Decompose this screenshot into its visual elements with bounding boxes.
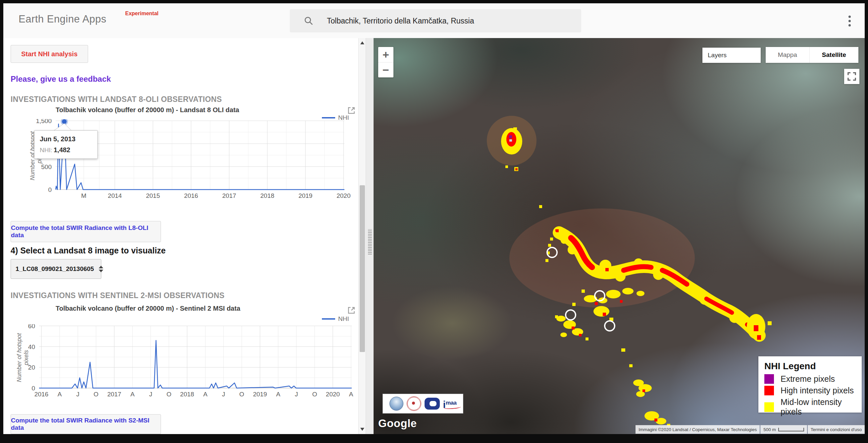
legend-row-high: High intensity pixels — [764, 386, 862, 395]
svg-text:O: O — [94, 391, 99, 398]
legend-row-label: Mid-low intensity pixels — [781, 397, 862, 416]
legend-row-extreme: Extreme pixels — [764, 374, 862, 384]
high-intensity-swatch — [764, 386, 774, 395]
svg-text:J: J — [149, 391, 152, 398]
research-institute-logo-icon — [390, 397, 403, 411]
svg-text:A: A — [130, 391, 135, 398]
svg-text:20: 20 — [28, 364, 35, 371]
svg-text:O: O — [240, 391, 244, 398]
search-input[interactable]: Tolbachik, Territorio della Kamčatka, Ru… — [327, 16, 474, 26]
svg-text:2018: 2018 — [180, 391, 194, 398]
earth-engine-app-window: Earth Engine Apps Experimental Tolbachik… — [3, 3, 865, 434]
svg-text:2017: 2017 — [107, 391, 121, 398]
scrollbar-thumb[interactable] — [360, 185, 365, 352]
tooltip-callout — [53, 123, 76, 131]
legend-label: NHI — [338, 315, 349, 322]
svg-text:M: M — [81, 192, 87, 199]
kebab-dot — [848, 20, 851, 22]
terms-link[interactable]: Termini e condizioni d'uso — [808, 425, 865, 434]
panel-map-splitter[interactable] — [366, 38, 374, 434]
legend-row-label: High intensity pixels — [781, 386, 854, 395]
svg-text:2016: 2016 — [184, 192, 198, 199]
fullscreen-icon — [847, 71, 857, 81]
observatory-logo-icon — [407, 396, 421, 411]
svg-text:2015: 2015 — [146, 192, 160, 199]
nhi-legend-card: NHI Legend Extreme pixels High intensity… — [758, 356, 862, 413]
mid-low-intensity-swatch — [764, 402, 774, 412]
svg-text:1,500: 1,500 — [36, 119, 52, 125]
app-title: Earth Engine Apps — [19, 13, 106, 25]
svg-text:2020: 2020 — [326, 391, 340, 398]
feedback-link[interactable]: Please, give us a feedback — [10, 74, 111, 84]
svg-text:O: O — [166, 391, 172, 398]
layers-label: Layers — [708, 52, 726, 59]
search-box[interactable]: Tolbachik, Territorio della Kamčatka, Ru… — [290, 9, 581, 32]
compute-s2-swir-button[interactable]: Compute the total SWIR Radiance with S2-… — [10, 414, 161, 434]
search-icon — [304, 16, 314, 26]
map-attribution-bar: Immagini ©2020 Landsat / Copernicus, Max… — [636, 425, 865, 434]
svg-text:0: 0 — [48, 186, 52, 193]
map-type-satellite-button[interactable]: Satellite — [810, 47, 858, 63]
map-zoom-control: + − — [378, 47, 394, 77]
svg-text:J: J — [222, 391, 225, 398]
open-in-new-icon[interactable] — [346, 106, 356, 115]
scroll-up-arrow[interactable] — [360, 41, 364, 44]
map-scale-control[interactable]: 500 m — [761, 425, 807, 434]
legend-line-swatch — [322, 117, 335, 118]
south-scattered-hotspots — [555, 288, 772, 427]
legend-row-label: Extreme pixels — [781, 374, 835, 384]
tooltip-value: 1,482 — [54, 146, 70, 154]
select-image-heading: 4) Select a Landsat 8 image to visualize — [10, 246, 165, 255]
map-type-mappa-button[interactable]: Mappa — [766, 47, 810, 63]
tooltip-date: Jun 5, 2013 — [40, 135, 92, 143]
map-type-toggle: Mappa Satellite — [766, 47, 858, 63]
fullscreen-button[interactable] — [844, 69, 859, 84]
more-options-button[interactable] — [844, 13, 855, 29]
open-in-new-icon[interactable] — [346, 305, 356, 315]
imagery-attribution: Immagini ©2020 Landsat / Copernicus, Max… — [636, 425, 760, 434]
satellite-map[interactable]: + − Layers Mappa Satellite NHI Legend Ex… — [374, 38, 865, 434]
sentinel-chart-title: Tolbachik volcano (buffer of 20000 m) - … — [56, 305, 241, 312]
svg-text:2016: 2016 — [34, 391, 48, 398]
svg-text:A: A — [349, 391, 353, 398]
landsat-chart-title: Tolbachik volcano (buffer of 20000 m) - … — [56, 106, 239, 114]
legend-row-midlow: Mid-low intensity pixels — [764, 397, 862, 416]
svg-text:O: O — [312, 391, 317, 398]
svg-text:2014: 2014 — [108, 192, 122, 199]
compute-l8-swir-button[interactable]: Compute the total SWIR Radiance with L8-… — [10, 221, 161, 242]
svg-text:J: J — [295, 391, 298, 398]
zoom-out-button[interactable]: − — [378, 62, 394, 77]
imaa-logo-icon: imaa — [443, 398, 457, 410]
landsat-image-select[interactable]: 1_LC08_099021_20130605 — [10, 259, 101, 279]
zoom-in-button[interactable]: + — [378, 47, 394, 63]
svg-text:J: J — [76, 391, 80, 398]
svg-text:40: 40 — [28, 343, 35, 350]
tooltip-series-label: NHI: — [40, 146, 52, 154]
svg-text:A: A — [203, 391, 208, 398]
svg-text:2019: 2019 — [253, 391, 267, 398]
svg-text:0: 0 — [31, 385, 35, 392]
kebab-dot — [848, 24, 851, 27]
chart-tooltip: Jun 5, 2013 NHI:1,482 — [34, 130, 98, 159]
svg-text:2019: 2019 — [299, 192, 312, 199]
svg-text:2017: 2017 — [222, 192, 236, 199]
select-spinner-icon — [99, 266, 103, 272]
scale-bar-icon — [778, 428, 804, 432]
app-header: Earth Engine Apps Experimental Tolbachik… — [3, 3, 865, 38]
svg-text:A: A — [276, 391, 280, 398]
layers-dropdown[interactable]: Layers — [703, 48, 761, 63]
svg-text:2018: 2018 — [260, 192, 274, 199]
sentinel-nhi-chart[interactable]: 2016AJO2017AJO2018AJO2019AJO2020A0204060 — [23, 324, 358, 402]
scale-label: 500 m — [763, 427, 776, 432]
cnr-logo-icon — [425, 398, 440, 410]
svg-text:500: 500 — [41, 164, 52, 170]
panel-scrollbar[interactable] — [358, 38, 366, 434]
scroll-down-arrow[interactable] — [360, 428, 364, 431]
landsat-section-heading: INVESTIGATIONS WITH LANDSAT 8-OLI OBSERV… — [10, 95, 222, 104]
start-nhi-analysis-button[interactable]: Start NHI analysis — [10, 45, 88, 63]
sentinel-section-heading: INVESTIGATIONS WITH SENTINEL 2-MSI OBSER… — [10, 291, 224, 300]
nhi-legend-title: NHI Legend — [764, 361, 862, 372]
analysis-panel: Start NHI analysis Please, give us a fee… — [3, 38, 358, 434]
svg-text:2020: 2020 — [337, 192, 350, 199]
kebab-dot — [848, 15, 851, 18]
